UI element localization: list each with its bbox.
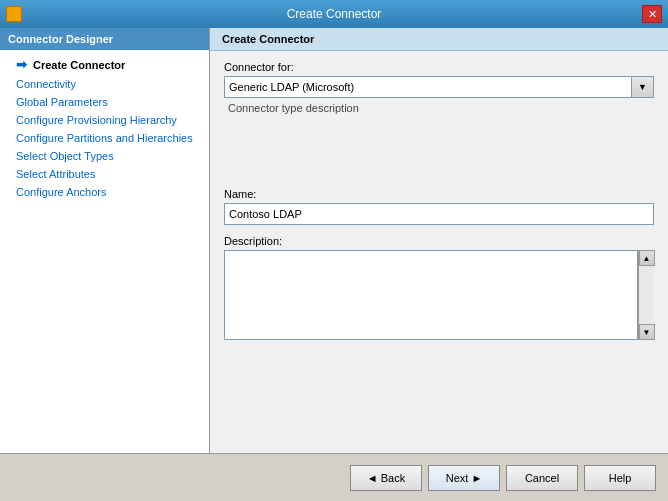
sidebar-item-configure-partitions[interactable]: Configure Partitions and Hierarchies [0, 129, 209, 147]
sidebar-items: ➡ Create Connector Connectivity Global P… [0, 50, 209, 453]
sidebar-item-global-parameters[interactable]: Global Parameters [0, 93, 209, 111]
description-group: Description: ▲ ▼ [224, 235, 654, 343]
app-icon [6, 6, 22, 22]
sidebar-item-label-configure-partitions: Configure Partitions and Hierarchies [16, 132, 193, 144]
svg-rect-0 [8, 8, 13, 13]
description-textarea-container: ▲ ▼ [224, 250, 654, 343]
sidebar-item-label-configure-provisioning: Configure Provisioning Hierarchy [16, 114, 177, 126]
connector-dropdown-container: Generic LDAP (Microsoft) Active Director… [224, 76, 654, 98]
window-title: Create Connector [0, 7, 668, 21]
right-panel-header: Create Connector [210, 28, 668, 51]
name-input[interactable] [224, 203, 654, 225]
connector-type-description: Connector type description [224, 98, 654, 118]
sidebar-header: Connector Designer [0, 28, 209, 50]
sidebar-item-select-object-types[interactable]: Select Object Types [0, 147, 209, 165]
sidebar-item-configure-anchors[interactable]: Configure Anchors [0, 183, 209, 201]
title-bar-left [6, 6, 22, 22]
sidebar-item-connectivity[interactable]: Connectivity [0, 75, 209, 93]
sidebar-item-select-attributes[interactable]: Select Attributes [0, 165, 209, 183]
help-button[interactable]: Help [584, 465, 656, 491]
title-bar: Create Connector ✕ [0, 0, 668, 28]
close-button[interactable]: ✕ [642, 5, 662, 23]
next-button[interactable]: Next ► [428, 465, 500, 491]
svg-rect-1 [15, 8, 20, 13]
sidebar-item-label-select-object-types: Select Object Types [16, 150, 114, 162]
connector-for-label: Connector for: [224, 61, 654, 73]
svg-rect-2 [8, 15, 13, 20]
cancel-button[interactable]: Cancel [506, 465, 578, 491]
scrollbar-track [639, 266, 654, 324]
right-panel-content: Connector for: Generic LDAP (Microsoft) … [210, 51, 668, 453]
svg-rect-3 [15, 15, 20, 20]
description-label: Description: [224, 235, 654, 247]
sidebar-item-label-global-parameters: Global Parameters [16, 96, 108, 108]
right-panel: Create Connector Connector for: Generic … [210, 28, 668, 453]
description-textarea[interactable] [224, 250, 638, 340]
connector-for-group: Connector for: Generic LDAP (Microsoft) … [224, 61, 654, 118]
name-label: Name: [224, 188, 654, 200]
name-group: Name: [224, 188, 654, 225]
scrollbar-up-button[interactable]: ▲ [639, 250, 655, 266]
content-area: Connector Designer ➡ Create Connector Co… [0, 28, 668, 453]
sidebar: Connector Designer ➡ Create Connector Co… [0, 28, 210, 453]
dropdown-arrow-icon[interactable]: ▼ [632, 76, 654, 98]
sidebar-item-label-connectivity: Connectivity [16, 78, 76, 90]
main-container: Connector Designer ➡ Create Connector Co… [0, 28, 668, 501]
description-scrollbar: ▲ ▼ [638, 250, 654, 340]
sidebar-item-label-configure-anchors: Configure Anchors [16, 186, 107, 198]
bottom-bar: ◄ Back Next ► Cancel Help [0, 453, 668, 501]
sidebar-item-label-create-connector: Create Connector [33, 59, 125, 71]
spacer [224, 128, 654, 188]
sidebar-item-label-select-attributes: Select Attributes [16, 168, 96, 180]
scrollbar-down-button[interactable]: ▼ [639, 324, 655, 340]
back-button[interactable]: ◄ Back [350, 465, 422, 491]
sidebar-item-configure-provisioning[interactable]: Configure Provisioning Hierarchy [0, 111, 209, 129]
arrow-icon: ➡ [16, 57, 27, 72]
connector-for-select[interactable]: Generic LDAP (Microsoft) Active Director… [224, 76, 632, 98]
sidebar-item-create-connector[interactable]: ➡ Create Connector [0, 54, 209, 75]
